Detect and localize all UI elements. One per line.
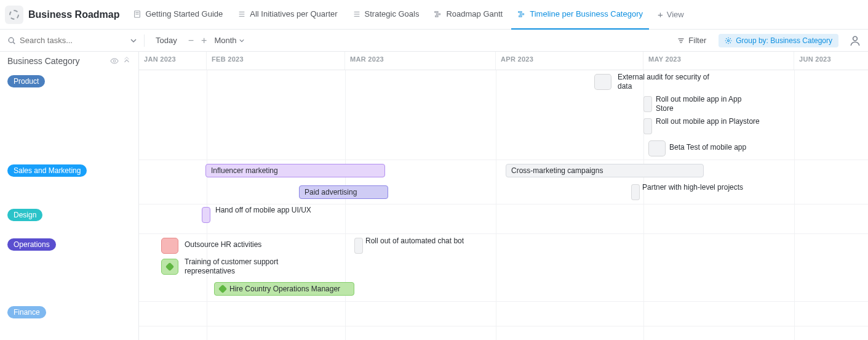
tab-label: Getting Started Guide [145,9,223,18]
diamond-icon [218,285,227,293]
task-label: Training of customer support representat… [185,257,289,276]
filter-label: Filter [688,36,706,45]
category-pill: Design [7,209,42,221]
add-view-label: View [667,10,684,19]
task-label: Roll out mobile app in Playstore [656,117,760,126]
category-pill: Finance [7,306,46,318]
task-label: Paid advertising [305,188,357,196]
list-icon [352,10,361,18]
tab-label: Timeline per Business Category [530,9,643,18]
task-handle[interactable] [631,184,640,200]
task-handle[interactable] [643,118,652,134]
visibility-icon[interactable] [110,57,119,65]
month-header: JAN 2023 FEB 2023 MAR 2023 APR 2023 MAY … [139,52,868,70]
tab-timeline-category[interactable]: Timeline per Business Category [511,0,649,30]
page-title: Business Roadmap [28,9,119,20]
category-pill: Product [7,75,45,87]
settings-icon [725,37,732,44]
add-view-button[interactable]: + View [651,9,690,20]
task-handle[interactable] [161,259,178,275]
svg-point-15 [9,38,14,42]
user-icon[interactable] [850,35,861,46]
category-row-finance[interactable]: Finance [0,301,138,326]
task-bar-hire-manager[interactable]: Hire Country Operations Manager [214,282,354,296]
task-bar-influencer[interactable]: Influencer marketing [205,164,385,177]
task-handle[interactable] [354,238,363,254]
tab-all-initiatives[interactable]: All Initiatives per Quarter [231,0,343,30]
svg-rect-9 [435,11,438,12]
sidebar-header-label: Business Category [7,56,80,66]
category-row-sales[interactable]: Sales and Marketing [0,160,138,204]
category-row-design[interactable]: Design [0,204,138,233]
task-label: External audit for security of data [618,73,722,91]
filter-button[interactable]: Filter [672,33,711,47]
filter-icon [677,37,685,44]
task-label: Partner with high-level projects [642,183,743,192]
month-col: APR 2023 [496,52,643,70]
group-by-label: Group by: Business Category [736,36,832,45]
task-handle[interactable] [648,140,666,156]
task-label: Hire Country Operations Manager [229,285,340,293]
top-tab-bar: Business Roadmap Getting Started Guide A… [0,0,868,30]
sidebar-header: Business Category [0,52,138,70]
tab-getting-started[interactable]: Getting Started Guide [127,0,229,30]
task-bar-cross-marketing[interactable]: Cross-marketing campaigns [506,164,704,177]
svg-point-20 [728,39,730,41]
tab-roadmap-gantt[interactable]: Roadmap Gantt [428,0,509,30]
category-row-operations[interactable]: Operations [0,233,138,301]
category-pill: Operations [7,238,56,251]
task-label: Beta Test of mobile app [669,143,746,152]
svg-rect-10 [437,14,440,15]
svg-rect-12 [519,11,522,12]
search-input[interactable] [20,36,106,45]
today-button[interactable]: Today [152,34,181,46]
toolbar: Today − + Month Filter Group by: Busines… [0,30,868,52]
task-label: Roll out mobile app in App Store [656,95,760,113]
doc-icon [133,10,141,18]
svg-rect-11 [436,15,438,17]
task-handle[interactable] [161,238,178,254]
plus-icon: + [658,9,663,20]
svg-point-21 [853,36,858,41]
task-handle[interactable] [594,74,611,90]
task-handle[interactable] [643,96,652,112]
grid-body: External audit for security of data Roll… [139,70,868,340]
task-bar-paid-advertising[interactable]: Paid advertising [299,185,388,199]
chevron-down-icon [239,38,244,43]
tab-label: All Initiatives per Quarter [250,9,337,18]
collapse-icon[interactable] [122,57,131,65]
zoom-out-button[interactable]: − [188,35,194,46]
month-col: JUN 2023 [794,52,868,70]
month-col: MAY 2023 [643,52,794,70]
zoom-in-button[interactable]: + [201,35,207,46]
tab-label: Roadmap Gantt [446,9,503,18]
group-by-button[interactable]: Group by: Business Category [719,34,838,47]
timeline-grid[interactable]: JAN 2023 FEB 2023 MAR 2023 APR 2023 MAY … [139,52,868,340]
zoom-label: Month [214,36,236,45]
gantt-icon [434,10,442,18]
category-sidebar: Business Category Product Sales and Mark… [0,52,139,340]
search-icon [7,36,16,45]
tab-label: Strategic Goals [365,9,420,18]
svg-rect-13 [520,14,524,15]
task-label: Cross-marketing campaigns [511,166,603,175]
main-area: Business Category Product Sales and Mark… [0,52,868,340]
page-icon [5,6,23,24]
task-label: Influencer marketing [211,166,278,175]
list-icon [237,10,246,18]
divider [144,34,145,47]
svg-line-16 [13,42,15,44]
task-label: Hand off of mobile app UI/UX [215,206,311,215]
tab-strategic-goals[interactable]: Strategic Goals [346,0,426,30]
month-col: MAR 2023 [345,52,496,70]
month-col: FEB 2023 [207,52,345,70]
task-handle[interactable] [202,207,210,223]
svg-rect-14 [519,15,522,17]
chevron-down-icon[interactable] [130,38,137,44]
svg-point-22 [113,60,116,62]
search-box[interactable] [7,36,137,45]
gantt-icon [517,10,526,18]
category-row-product[interactable]: Product [0,70,138,160]
zoom-select[interactable]: Month [214,36,244,45]
task-label: Outsource HR activities [185,240,261,249]
